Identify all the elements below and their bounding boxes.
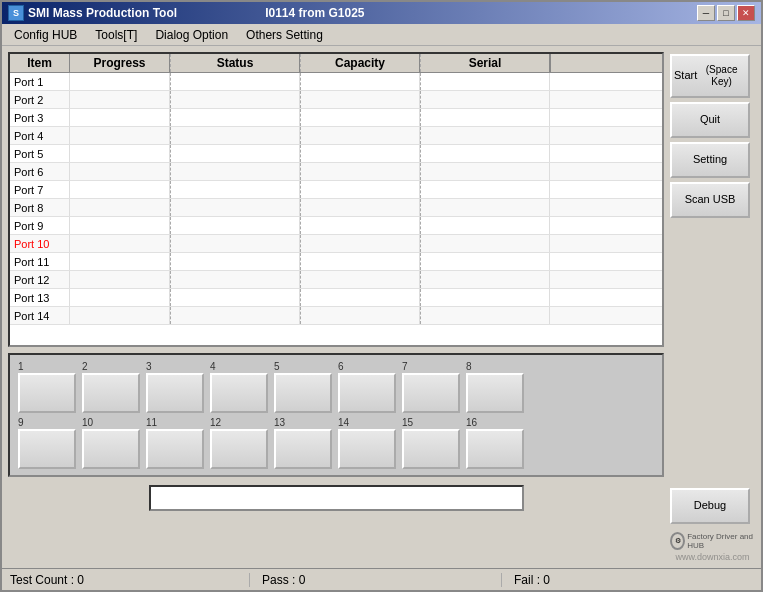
port-button-3[interactable] (146, 373, 204, 413)
table-cell-progress (70, 109, 170, 126)
table-cell-item: Port 12 (10, 271, 70, 288)
table-cell-progress (70, 235, 170, 252)
table-cell-status (170, 163, 300, 180)
col-header-item: Item (10, 54, 70, 72)
table-cell-status (170, 253, 300, 270)
quit-button[interactable]: Quit (670, 102, 750, 138)
table-cell-capacity (300, 271, 420, 288)
table-cell-capacity (300, 73, 420, 90)
port-button-11[interactable] (146, 429, 204, 469)
right-panel: Start(Space Key) Quit Setting Scan USB D… (670, 52, 755, 562)
port-button-6[interactable] (338, 373, 396, 413)
table-cell-progress (70, 181, 170, 198)
port-button-group: 11 (146, 417, 204, 469)
port-num-label: 11 (146, 417, 157, 428)
table-cell-capacity (300, 91, 420, 108)
port-buttons-row: 12345678 (18, 361, 654, 413)
menu-others-setting[interactable]: Others Setting (238, 26, 331, 44)
col-header-serial: Serial (420, 54, 550, 72)
port-num-label: 12 (210, 417, 221, 428)
start-button[interactable]: Start(Space Key) (670, 54, 750, 98)
table-row: Port 9 (10, 217, 662, 235)
table-row: Port 1 (10, 73, 662, 91)
port-button-4[interactable] (210, 373, 268, 413)
table-cell-capacity (300, 181, 420, 198)
app-icon: S (8, 5, 24, 21)
port-button-10[interactable] (82, 429, 140, 469)
table-cell-progress (70, 217, 170, 234)
right-spacer (670, 222, 755, 484)
port-buttons-row: 910111213141516 (18, 417, 654, 469)
table-cell-progress (70, 91, 170, 108)
port-button-group: 1 (18, 361, 76, 413)
port-button-13[interactable] (274, 429, 332, 469)
table-cell-item: Port 11 (10, 253, 70, 270)
port-button-group: 3 (146, 361, 204, 413)
port-button-16[interactable] (466, 429, 524, 469)
table-cell-progress (70, 307, 170, 324)
table-cell-status (170, 307, 300, 324)
port-button-15[interactable] (402, 429, 460, 469)
close-button[interactable]: ✕ (737, 5, 755, 21)
menu-dialog-option[interactable]: Dialog Option (147, 26, 236, 44)
port-num-label: 6 (338, 361, 344, 372)
table-cell-serial (420, 199, 550, 216)
table-cell-progress (70, 271, 170, 288)
setting-button[interactable]: Setting (670, 142, 750, 178)
scan-usb-button[interactable]: Scan USB (670, 182, 750, 218)
table-cell-capacity (300, 109, 420, 126)
port-num-label: 3 (146, 361, 152, 372)
debug-button[interactable]: Debug (670, 488, 750, 524)
table-body[interactable]: Port 1Port 2Port 3Port 4Port 5Port 6Port… (10, 73, 662, 345)
port-button-14[interactable] (338, 429, 396, 469)
table-cell-item: Port 3 (10, 109, 70, 126)
table-cell-capacity (300, 289, 420, 306)
data-table: Item Progress Status Capacity Serial Por… (8, 52, 664, 347)
port-button-group: 12 (210, 417, 268, 469)
table-cell-progress (70, 253, 170, 270)
port-button-group: 2 (82, 361, 140, 413)
title-bar: S SMI Mass Production Tool I0114 from G1… (2, 2, 761, 24)
port-num-label: 14 (338, 417, 349, 428)
pass-status: Pass : 0 (262, 573, 502, 587)
title-bar-left: S SMI Mass Production Tool I0114 from G1… (8, 5, 365, 21)
menu-tools[interactable]: Tools[T] (87, 26, 145, 44)
port-button-9[interactable] (18, 429, 76, 469)
table-cell-item: Port 8 (10, 199, 70, 216)
port-button-5[interactable] (274, 373, 332, 413)
port-button-12[interactable] (210, 429, 268, 469)
port-button-2[interactable] (82, 373, 140, 413)
scroll-corner (550, 54, 566, 72)
table-cell-serial (420, 271, 550, 288)
minimize-button[interactable]: ─ (697, 5, 715, 21)
table-cell-serial (420, 163, 550, 180)
port-button-group: 5 (274, 361, 332, 413)
factory-badge: ⚙ Factory Driver and HUB (670, 532, 755, 550)
port-button-group: 6 (338, 361, 396, 413)
table-row: Port 6 (10, 163, 662, 181)
left-panel: Item Progress Status Capacity Serial Por… (8, 52, 664, 562)
port-button-group: 9 (18, 417, 76, 469)
table-cell-serial (420, 289, 550, 306)
table-cell-item: Port 13 (10, 289, 70, 306)
port-button-7[interactable] (402, 373, 460, 413)
menu-config-hub[interactable]: Config HUB (6, 26, 85, 44)
port-button-8[interactable] (466, 373, 524, 413)
table-cell-capacity (300, 145, 420, 162)
badge-icon: ⚙ (670, 532, 685, 550)
progress-bar-container (149, 485, 524, 511)
table-cell-progress (70, 163, 170, 180)
table-cell-serial (420, 91, 550, 108)
table-cell-capacity (300, 127, 420, 144)
table-cell-status (170, 235, 300, 252)
table-cell-item: Port 5 (10, 145, 70, 162)
port-num-label: 13 (274, 417, 285, 428)
watermark-text: www.downxia.com (675, 552, 749, 562)
restore-button[interactable]: □ (717, 5, 735, 21)
test-count-status: Test Count : 0 (10, 573, 250, 587)
port-button-1[interactable] (18, 373, 76, 413)
table-cell-capacity (300, 217, 420, 234)
table-cell-item: Port 6 (10, 163, 70, 180)
table-cell-capacity (300, 235, 420, 252)
table-cell-item: Port 4 (10, 127, 70, 144)
